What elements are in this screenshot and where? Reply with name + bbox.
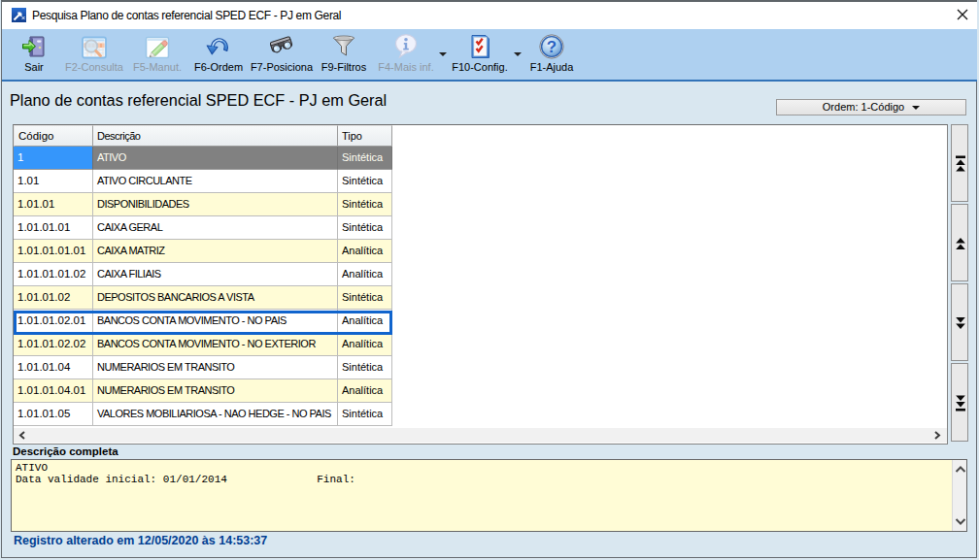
svg-text:?: ? xyxy=(547,38,557,56)
